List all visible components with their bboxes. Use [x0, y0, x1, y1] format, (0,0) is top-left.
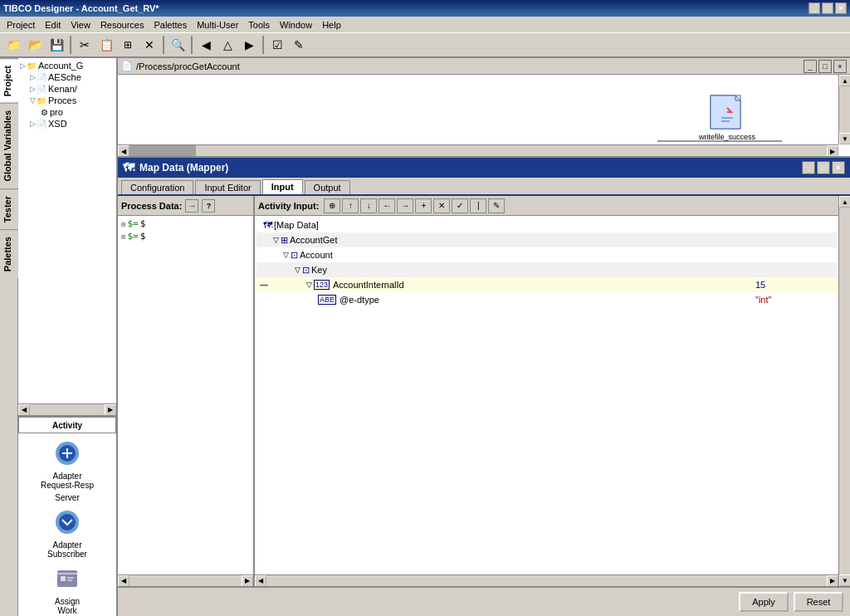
mapper-scroll-down[interactable]: ▼ — [839, 574, 850, 586]
delete-btn[interactable]: ✕ — [139, 35, 159, 55]
process-close-btn[interactable]: × — [833, 60, 847, 73]
copy-btn[interactable]: 📋 — [96, 35, 116, 55]
tab-input-editor[interactable]: Input Editor — [195, 180, 260, 194]
check-btn[interactable]: ☑ — [267, 35, 287, 55]
minimize-btn[interactable]: _ — [808, 2, 820, 14]
act-btn-plus[interactable]: + — [415, 198, 432, 213]
title-bar-buttons[interactable]: _ □ × — [808, 2, 847, 14]
mapper-close-btn[interactable]: × — [832, 161, 845, 174]
mapper-scrollbar-v[interactable]: ▲ ▼ — [838, 196, 850, 586]
process-data-btn1[interactable]: → — [185, 199, 198, 213]
pd-scroll-right[interactable]: ▶ — [242, 575, 253, 587]
act-btn-down[interactable]: ↓ — [360, 198, 377, 213]
act-btn-right[interactable]: → — [397, 198, 413, 213]
tree-row-accountget[interactable]: ▽ ⊞ AccountGet — [256, 232, 837, 247]
folder-icon: 📁 — [27, 61, 37, 71]
tree-row-accountinternalid[interactable]: ▽ 123 AccountInternalId 15 — [256, 277, 837, 292]
process-minimize-btn[interactable]: _ — [804, 60, 817, 73]
palette-section: Activity AdapterRequest-Resp Server — [18, 415, 116, 616]
canvas-scrollbar-h[interactable]: ◀ ▶ — [118, 144, 838, 156]
act-btn-pipe[interactable]: | — [470, 198, 486, 213]
menu-project[interactable]: Project — [2, 18, 40, 32]
menu-palettes[interactable]: Palettes — [149, 18, 192, 32]
activity-scrollbar-h[interactable]: ◀ ▶ — [255, 574, 838, 586]
tab-palettes[interactable]: Palettes — [0, 229, 18, 278]
tab-tester[interactable]: Tester — [0, 188, 18, 229]
tree-item-aesche[interactable]: ▷ 📄 AESche — [20, 71, 115, 83]
pd-scroll-left[interactable]: ◀ — [118, 575, 129, 587]
palette-item-adapter-req[interactable]: AdapterRequest-Resp — [22, 437, 113, 490]
project-scrollbar-h[interactable]: ◀ ▶ — [18, 403, 116, 415]
reset-button[interactable]: Reset — [794, 592, 843, 612]
canvas-scroll-right[interactable]: ▶ — [827, 145, 838, 157]
mapper-scroll-up[interactable]: ▲ — [839, 196, 850, 208]
data-row-1[interactable]: ⊞ $= $ — [120, 218, 252, 230]
tab-output[interactable]: Output — [305, 180, 350, 194]
tab-input[interactable]: Input — [262, 179, 303, 194]
palette-tab-activity[interactable]: Activity — [18, 417, 116, 433]
edit-btn[interactable]: ✎ — [289, 35, 309, 55]
expand-icon: ▽ — [306, 281, 312, 289]
tree-row-edtype[interactable]: ABE @e-dtype "int" — [256, 292, 837, 307]
tree-row-mapdata[interactable]: 🗺 [Map Data] — [256, 218, 837, 232]
act-btn-add[interactable]: ⊕ — [324, 198, 340, 213]
menu-tools[interactable]: Tools — [243, 18, 275, 32]
search-btn[interactable]: 🔍 — [168, 35, 188, 55]
new-btn[interactable]: 📁 — [3, 35, 23, 55]
process-header-btns: _ □ × — [804, 60, 847, 73]
mapper-minimize-btn[interactable]: _ — [802, 161, 815, 174]
tree-row-key[interactable]: ▽ ⊡ Key — [256, 262, 837, 277]
menu-help[interactable]: Help — [317, 18, 346, 32]
assign-work-icon — [51, 562, 84, 595]
back-btn[interactable]: ◀ — [196, 35, 216, 55]
maximize-btn[interactable]: □ — [822, 2, 833, 14]
canvas-scroll-down[interactable]: ▼ — [839, 133, 850, 144]
tree-item-proces[interactable]: ▽ 📁 Proces — [20, 95, 115, 106]
act-btn-check[interactable]: ✓ — [452, 198, 468, 213]
ai-scroll-left[interactable]: ◀ — [255, 575, 266, 587]
menu-edit[interactable]: Edit — [40, 18, 66, 32]
canvas-node-writefile[interactable]: writefile_success — [699, 91, 755, 141]
menu-multiuser[interactable]: Multi-User — [192, 18, 243, 32]
save-btn[interactable]: 💾 — [46, 35, 66, 55]
tree-label: XSD — [48, 119, 67, 129]
tree-row-account[interactable]: ▽ ⊡ Account — [256, 247, 837, 262]
tree-item-pro[interactable]: ⚙ pro — [20, 106, 115, 118]
tab-project[interactable]: Project — [0, 58, 18, 103]
act-btn-left[interactable]: ← — [379, 198, 395, 213]
palette-item-server[interactable]: Server — [22, 493, 113, 502]
data-row-2[interactable]: ⊞ $= $ — [120, 230, 252, 242]
palette-item-adapter-sub[interactable]: AdapterSubscriber — [22, 506, 113, 559]
paste-btn[interactable]: ⊞ — [118, 35, 138, 55]
palette-item-assign-work[interactable]: AssignWork — [22, 562, 113, 615]
process-path-text: /Process/procGetAccount — [136, 61, 240, 71]
tree-item-xsd[interactable]: ▷ 📄 XSD — [20, 118, 115, 130]
menu-window[interactable]: Window — [275, 18, 317, 32]
mapper-restore-btn[interactable]: □ — [817, 161, 830, 174]
menu-view[interactable]: View — [66, 18, 95, 32]
process-restore-btn[interactable]: □ — [818, 60, 832, 73]
cut-btn[interactable]: ✂ — [75, 35, 95, 55]
process-data-btn2[interactable]: ? — [202, 199, 215, 213]
apply-button[interactable]: Apply — [739, 592, 789, 612]
up-btn[interactable]: △ — [217, 35, 237, 55]
tab-configuration[interactable]: Configuration — [121, 180, 193, 194]
menu-resources[interactable]: Resources — [95, 18, 149, 32]
scroll-right-btn[interactable]: ▶ — [105, 404, 116, 416]
forward-btn[interactable]: ▶ — [239, 35, 259, 55]
act-btn-up[interactable]: ↑ — [342, 198, 359, 213]
tree-item-account-g[interactable]: ▷ 📁 Account_G — [20, 60, 115, 71]
tree-item-kenan[interactable]: ▷ 📄 Kenan/ — [20, 83, 115, 95]
act-btn-edit[interactable]: ✎ — [488, 198, 505, 213]
canvas-scroll-up[interactable]: ▲ — [839, 75, 850, 86]
process-data-scrollbar-h[interactable]: ◀ ▶ — [118, 574, 253, 586]
scroll-left-btn[interactable]: ◀ — [18, 404, 30, 416]
tab-global-variables[interactable]: Global Variables — [0, 103, 18, 188]
ai-scroll-right[interactable]: ▶ — [827, 575, 838, 587]
table-icon: ⊞ — [281, 235, 288, 246]
act-btn-x[interactable]: ✕ — [433, 198, 450, 213]
open-btn[interactable]: 📂 — [25, 35, 45, 55]
canvas-scroll-left[interactable]: ◀ — [118, 145, 129, 157]
canvas-scrollbar-v[interactable]: ▲ ▼ — [838, 75, 850, 144]
close-btn[interactable]: × — [835, 2, 847, 14]
